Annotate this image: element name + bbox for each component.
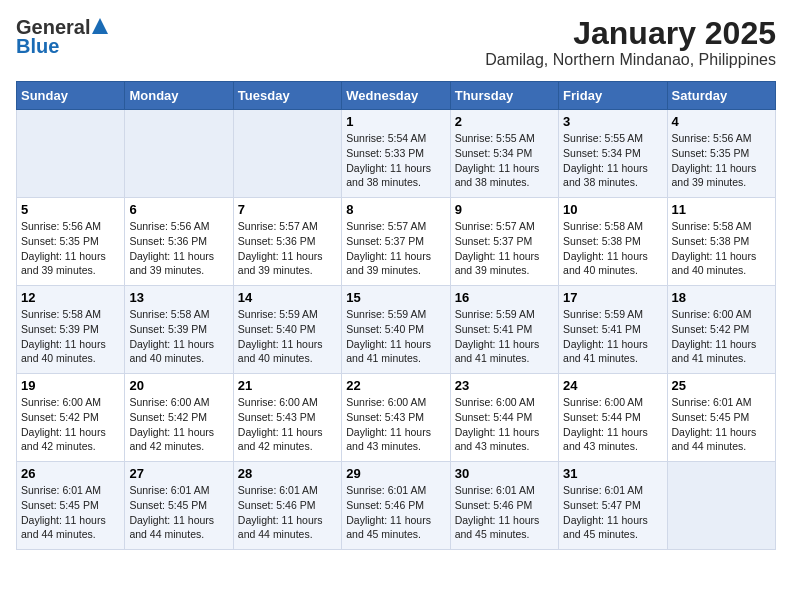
day-info: Sunrise: 5:56 AMSunset: 5:36 PMDaylight:…	[129, 219, 228, 278]
day-number: 13	[129, 290, 228, 305]
day-info: Sunrise: 6:00 AMSunset: 5:43 PMDaylight:…	[346, 395, 445, 454]
day-info: Sunrise: 6:00 AMSunset: 5:43 PMDaylight:…	[238, 395, 337, 454]
day-number: 24	[563, 378, 662, 393]
calendar-cell: 16Sunrise: 5:59 AMSunset: 5:41 PMDayligh…	[450, 286, 558, 374]
header-cell-saturday: Saturday	[667, 82, 775, 110]
day-info: Sunrise: 6:00 AMSunset: 5:42 PMDaylight:…	[21, 395, 120, 454]
calendar-cell: 29Sunrise: 6:01 AMSunset: 5:46 PMDayligh…	[342, 462, 450, 550]
calendar-body: 1Sunrise: 5:54 AMSunset: 5:33 PMDaylight…	[17, 110, 776, 550]
day-number: 25	[672, 378, 771, 393]
day-number: 29	[346, 466, 445, 481]
day-info: Sunrise: 5:55 AMSunset: 5:34 PMDaylight:…	[455, 131, 554, 190]
week-row-2: 5Sunrise: 5:56 AMSunset: 5:35 PMDaylight…	[17, 198, 776, 286]
day-info: Sunrise: 5:56 AMSunset: 5:35 PMDaylight:…	[21, 219, 120, 278]
day-number: 11	[672, 202, 771, 217]
header-cell-friday: Friday	[559, 82, 667, 110]
day-number: 22	[346, 378, 445, 393]
day-info: Sunrise: 6:01 AMSunset: 5:47 PMDaylight:…	[563, 483, 662, 542]
calendar-cell: 18Sunrise: 6:00 AMSunset: 5:42 PMDayligh…	[667, 286, 775, 374]
day-number: 1	[346, 114, 445, 129]
day-number: 12	[21, 290, 120, 305]
day-number: 23	[455, 378, 554, 393]
calendar-cell: 2Sunrise: 5:55 AMSunset: 5:34 PMDaylight…	[450, 110, 558, 198]
day-number: 26	[21, 466, 120, 481]
day-info: Sunrise: 5:59 AMSunset: 5:41 PMDaylight:…	[455, 307, 554, 366]
calendar-cell	[667, 462, 775, 550]
day-number: 3	[563, 114, 662, 129]
day-number: 20	[129, 378, 228, 393]
day-number: 30	[455, 466, 554, 481]
day-info: Sunrise: 5:59 AMSunset: 5:40 PMDaylight:…	[346, 307, 445, 366]
day-number: 28	[238, 466, 337, 481]
day-info: Sunrise: 6:00 AMSunset: 5:44 PMDaylight:…	[455, 395, 554, 454]
day-number: 6	[129, 202, 228, 217]
day-info: Sunrise: 6:01 AMSunset: 5:45 PMDaylight:…	[129, 483, 228, 542]
header-row: SundayMondayTuesdayWednesdayThursdayFrid…	[17, 82, 776, 110]
header-cell-thursday: Thursday	[450, 82, 558, 110]
day-number: 18	[672, 290, 771, 305]
day-number: 16	[455, 290, 554, 305]
logo-blue-text: Blue	[16, 35, 59, 58]
title-block: January 2025 Damilag, Northern Mindanao,…	[485, 16, 776, 69]
calendar-cell: 9Sunrise: 5:57 AMSunset: 5:37 PMDaylight…	[450, 198, 558, 286]
calendar-cell	[125, 110, 233, 198]
day-info: Sunrise: 5:59 AMSunset: 5:40 PMDaylight:…	[238, 307, 337, 366]
calendar-cell: 10Sunrise: 5:58 AMSunset: 5:38 PMDayligh…	[559, 198, 667, 286]
week-row-1: 1Sunrise: 5:54 AMSunset: 5:33 PMDaylight…	[17, 110, 776, 198]
calendar-cell: 25Sunrise: 6:01 AMSunset: 5:45 PMDayligh…	[667, 374, 775, 462]
day-number: 21	[238, 378, 337, 393]
day-number: 10	[563, 202, 662, 217]
calendar-cell: 30Sunrise: 6:01 AMSunset: 5:46 PMDayligh…	[450, 462, 558, 550]
calendar-cell: 21Sunrise: 6:00 AMSunset: 5:43 PMDayligh…	[233, 374, 341, 462]
day-info: Sunrise: 5:54 AMSunset: 5:33 PMDaylight:…	[346, 131, 445, 190]
page-title: January 2025	[485, 16, 776, 51]
day-number: 4	[672, 114, 771, 129]
day-number: 2	[455, 114, 554, 129]
day-info: Sunrise: 5:58 AMSunset: 5:39 PMDaylight:…	[129, 307, 228, 366]
day-info: Sunrise: 5:57 AMSunset: 5:36 PMDaylight:…	[238, 219, 337, 278]
day-number: 17	[563, 290, 662, 305]
day-info: Sunrise: 6:01 AMSunset: 5:46 PMDaylight:…	[346, 483, 445, 542]
day-info: Sunrise: 6:00 AMSunset: 5:42 PMDaylight:…	[672, 307, 771, 366]
day-info: Sunrise: 6:01 AMSunset: 5:46 PMDaylight:…	[238, 483, 337, 542]
day-info: Sunrise: 5:59 AMSunset: 5:41 PMDaylight:…	[563, 307, 662, 366]
week-row-5: 26Sunrise: 6:01 AMSunset: 5:45 PMDayligh…	[17, 462, 776, 550]
calendar-cell: 24Sunrise: 6:00 AMSunset: 5:44 PMDayligh…	[559, 374, 667, 462]
calendar-cell: 23Sunrise: 6:00 AMSunset: 5:44 PMDayligh…	[450, 374, 558, 462]
calendar-cell: 12Sunrise: 5:58 AMSunset: 5:39 PMDayligh…	[17, 286, 125, 374]
day-info: Sunrise: 5:56 AMSunset: 5:35 PMDaylight:…	[672, 131, 771, 190]
calendar-cell: 3Sunrise: 5:55 AMSunset: 5:34 PMDaylight…	[559, 110, 667, 198]
day-info: Sunrise: 5:57 AMSunset: 5:37 PMDaylight:…	[346, 219, 445, 278]
day-number: 31	[563, 466, 662, 481]
calendar-cell	[233, 110, 341, 198]
day-info: Sunrise: 6:01 AMSunset: 5:45 PMDaylight:…	[672, 395, 771, 454]
day-number: 7	[238, 202, 337, 217]
day-info: Sunrise: 5:58 AMSunset: 5:38 PMDaylight:…	[672, 219, 771, 278]
calendar-cell: 15Sunrise: 5:59 AMSunset: 5:40 PMDayligh…	[342, 286, 450, 374]
calendar-cell: 5Sunrise: 5:56 AMSunset: 5:35 PMDaylight…	[17, 198, 125, 286]
logo: General Blue	[16, 16, 109, 58]
day-number: 14	[238, 290, 337, 305]
day-info: Sunrise: 6:01 AMSunset: 5:45 PMDaylight:…	[21, 483, 120, 542]
calendar-cell: 31Sunrise: 6:01 AMSunset: 5:47 PMDayligh…	[559, 462, 667, 550]
logo-triangle-icon	[91, 17, 109, 35]
page-header: General Blue January 2025 Damilag, North…	[16, 16, 776, 69]
day-info: Sunrise: 6:01 AMSunset: 5:46 PMDaylight:…	[455, 483, 554, 542]
calendar-header: SundayMondayTuesdayWednesdayThursdayFrid…	[17, 82, 776, 110]
calendar-table: SundayMondayTuesdayWednesdayThursdayFrid…	[16, 81, 776, 550]
calendar-cell	[17, 110, 125, 198]
calendar-cell: 14Sunrise: 5:59 AMSunset: 5:40 PMDayligh…	[233, 286, 341, 374]
day-info: Sunrise: 6:00 AMSunset: 5:42 PMDaylight:…	[129, 395, 228, 454]
calendar-cell: 19Sunrise: 6:00 AMSunset: 5:42 PMDayligh…	[17, 374, 125, 462]
day-number: 15	[346, 290, 445, 305]
day-info: Sunrise: 5:58 AMSunset: 5:38 PMDaylight:…	[563, 219, 662, 278]
calendar-cell: 26Sunrise: 6:01 AMSunset: 5:45 PMDayligh…	[17, 462, 125, 550]
day-number: 27	[129, 466, 228, 481]
page-subtitle: Damilag, Northern Mindanao, Philippines	[485, 51, 776, 69]
day-info: Sunrise: 5:55 AMSunset: 5:34 PMDaylight:…	[563, 131, 662, 190]
day-info: Sunrise: 5:57 AMSunset: 5:37 PMDaylight:…	[455, 219, 554, 278]
header-cell-sunday: Sunday	[17, 82, 125, 110]
day-number: 9	[455, 202, 554, 217]
calendar-cell: 22Sunrise: 6:00 AMSunset: 5:43 PMDayligh…	[342, 374, 450, 462]
header-cell-monday: Monday	[125, 82, 233, 110]
